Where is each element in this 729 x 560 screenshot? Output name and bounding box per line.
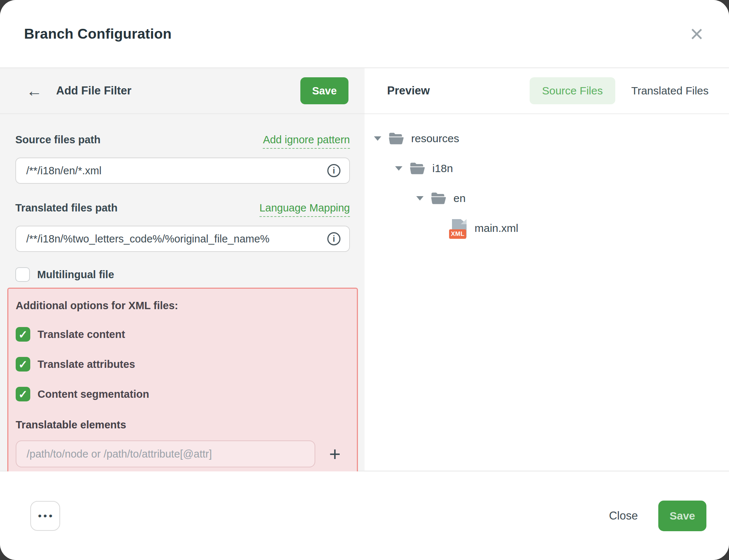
translate-content-label: Translate content [38,328,125,341]
footer-actions: Close Save [609,501,706,531]
chevron-down-icon[interactable] [395,166,402,171]
folder-icon [389,132,404,145]
translatable-elements-label: Translatable elements [16,419,350,431]
xml-file-icon: XML [452,219,467,237]
source-path-label: Source files path [15,134,101,146]
folder-icon [431,192,446,205]
language-mapping-link[interactable]: Language Mapping [260,202,350,217]
content-segmentation-label: Content segmentation [38,388,149,400]
modal-main: ← Add File Filter Save Source files path… [0,67,729,471]
back-arrow-icon[interactable]: ← [26,83,42,99]
tree-label: i18n [432,162,453,175]
multilingual-label: Multilingual file [37,269,114,281]
translated-path-input-wrap: i [15,226,350,252]
preview-title: Preview [387,84,430,97]
file-filter-title: Add File Filter [56,84,132,97]
xml-options-panel: Additional options for XML files: ✓ Tran… [7,288,358,483]
source-path-input-wrap: i [15,158,350,184]
translated-path-input[interactable] [26,233,321,245]
xml-options-title: Additional options for XML files: [16,300,350,312]
translated-path-label: Translated files path [15,202,117,214]
more-options-button[interactable]: ••• [30,501,60,531]
multilingual-row: Multilingual file [15,267,350,282]
translatable-elements-row: + [16,440,350,467]
preview-tabs: Source Files Translated Files [530,77,709,104]
translate-attributes-row: ✓ Translate attributes [16,357,350,372]
modal-title: Branch Configuration [24,26,172,42]
content-segmentation-checkbox[interactable]: ✓ [16,387,30,401]
tab-source-files[interactable]: Source Files [530,77,615,104]
tree-label: main.xml [475,222,518,234]
tree-label: en [453,192,465,205]
source-path-input[interactable] [26,165,321,177]
filter-save-button[interactable]: Save [300,77,348,104]
translatable-elements-input[interactable] [16,440,315,467]
xml-badge: XML [449,229,466,239]
translate-content-row: ✓ Translate content [16,327,350,342]
close-button[interactable]: Close [609,509,638,522]
file-tree: resources i18n [364,114,729,243]
chevron-down-icon[interactable] [416,196,424,201]
chevron-down-icon[interactable] [374,136,381,141]
translate-attributes-checkbox[interactable]: ✓ [16,357,30,372]
tree-row-i18n[interactable]: i18n [374,153,729,183]
close-icon[interactable]: × [690,22,703,46]
tree-row-en[interactable]: en [374,183,729,213]
tab-translated-files[interactable]: Translated Files [631,85,709,97]
tree-row-main-xml[interactable]: XML main.xml [374,213,729,243]
multilingual-checkbox[interactable] [15,267,30,282]
preview-pane: Preview Source Files Translated Files re… [364,68,729,471]
info-icon[interactable]: i [327,164,340,177]
content-segmentation-row: ✓ Content segmentation [16,387,350,401]
file-filter-header: ← Add File Filter Save [0,68,364,114]
translated-path-label-row: Translated files path Language Mapping [15,202,350,217]
file-filter-form: Source files path Add ignore pattern i T… [0,114,364,483]
translate-attributes-label: Translate attributes [38,358,135,370]
info-icon[interactable]: i [327,232,340,245]
file-filter-pane: ← Add File Filter Save Source files path… [0,68,364,471]
folder-icon [410,162,425,175]
source-path-label-row: Source files path Add ignore pattern [15,134,350,149]
modal-footer: ••• Close Save [0,471,729,560]
branch-configuration-modal: Branch Configuration × ← Add File Filter… [0,0,729,560]
add-element-icon[interactable]: + [329,444,341,464]
preview-header: Preview Source Files Translated Files [364,68,729,114]
save-button[interactable]: Save [658,501,706,531]
screen-backdrop: Branch Configuration × ← Add File Filter… [0,0,729,560]
tree-row-resources[interactable]: resources [374,124,729,153]
modal-titlebar: Branch Configuration × [0,0,729,67]
translate-content-checkbox[interactable]: ✓ [16,327,30,342]
tree-label: resources [411,132,459,145]
add-ignore-pattern-link[interactable]: Add ignore pattern [263,134,350,149]
